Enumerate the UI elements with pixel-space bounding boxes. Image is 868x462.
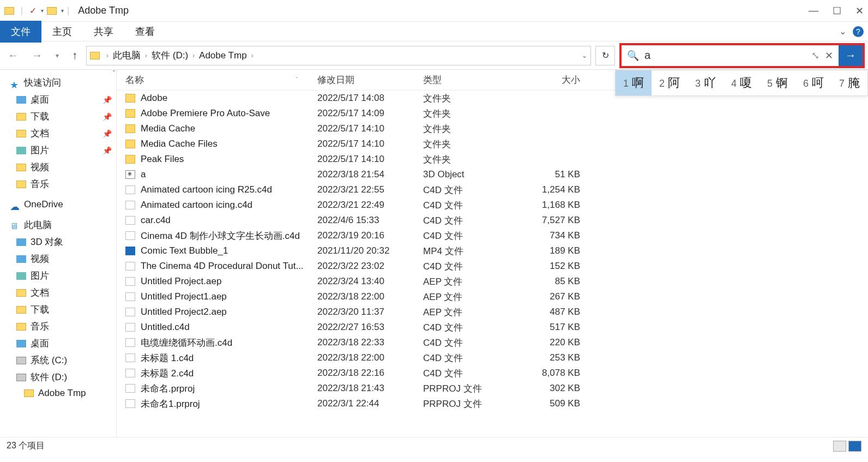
sidebar-item[interactable]: 软件 (D:)	[0, 369, 116, 386]
dropdown-icon[interactable]: ▾	[61, 8, 64, 14]
minimize-button[interactable]: —	[809, 5, 818, 17]
file-row[interactable]: Media Cache2022/5/17 14:10文件夹	[117, 121, 868, 136]
sidebar-item[interactable]: 桌面📌	[0, 91, 116, 108]
column-date[interactable]: 修改日期	[313, 74, 419, 86]
nav-tree[interactable]: ˆ ★ 快速访问 桌面📌下载📌文档📌图片📌视频音乐 ☁ OneDrive 🖥 此…	[0, 70, 117, 437]
file-date: 2022/3/18 22:00	[313, 291, 419, 302]
ime-candidate[interactable]: 6呵	[795, 70, 831, 95]
ime-candidate[interactable]: 3吖	[688, 70, 724, 95]
file-name: 未标题 2.c4d	[141, 367, 194, 380]
quick-access-check-icon[interactable]: ✓	[29, 5, 37, 16]
view-details-button[interactable]	[833, 441, 846, 452]
ime-candidate[interactable]: 7腌	[831, 70, 867, 95]
file-row[interactable]: The Cinema 4D Procedural Donut Tut...202…	[117, 259, 868, 274]
breadcrumb-segment[interactable]: Adobe Tmp	[199, 50, 247, 61]
file-row[interactable]: Media Cache Files2022/5/17 14:10文件夹	[117, 136, 868, 152]
expand-ribbon-icon[interactable]: ⌄	[839, 26, 846, 37]
view-tiles-button[interactable]	[848, 441, 861, 452]
sidebar-item[interactable]: 视频	[0, 250, 116, 267]
sidebar-item[interactable]: 系统 (C:)	[0, 352, 116, 369]
sidebar-this-pc[interactable]: 🖥 此电脑	[0, 217, 116, 233]
sidebar-quick-access[interactable]: ★ 快速访问	[0, 74, 116, 91]
file-name: Animated cartoon icing.c4d	[141, 200, 252, 211]
file-row[interactable]: Cinema 4D 制作小球文字生长动画.c4d2022/3/19 20:16C…	[117, 228, 868, 243]
sidebar-item[interactable]: 文档	[0, 284, 116, 301]
folder-icon	[16, 181, 26, 188]
file-row[interactable]: Untitled Project.aep2022/3/24 13:40AEP 文…	[117, 274, 868, 289]
file-row[interactable]: Adobe Premiere Pro Auto-Save2022/5/17 14…	[117, 106, 868, 121]
scroll-up-icon[interactable]: ˆ	[113, 70, 115, 77]
ime-candidate[interactable]: 1啊	[616, 70, 652, 95]
nav-bar: ← → ▾ ↑ › 此电脑 › 软件 (D:) › Adobe Tmp › ⌄ …	[0, 41, 868, 70]
close-button[interactable]: ✕	[855, 5, 864, 17]
file-icon	[125, 185, 135, 194]
file-row[interactable]: 未标题 1.c4d2022/3/18 22:00C4D 文件253 KB	[117, 350, 868, 365]
sidebar-item[interactable]: 视频	[0, 159, 116, 176]
ime-candidate[interactable]: 5锕	[760, 70, 795, 95]
tab-file[interactable]: 文件	[0, 21, 41, 43]
file-row[interactable]: 电缆缠绕循环动画.c4d2022/3/18 22:33C4D 文件220 KB	[117, 335, 868, 350]
nav-back-button[interactable]: ←	[3, 47, 23, 64]
file-row[interactable]: 未命名1.prproj2022/3/1 22:44PRPROJ 文件509 KB	[117, 396, 868, 411]
file-row[interactable]: Untitled Project2.aep2022/3/20 11:37AEP …	[117, 304, 868, 320]
status-bar: 23 个项目	[0, 437, 868, 454]
chevron-down-icon[interactable]: ▾	[41, 8, 44, 14]
sidebar-onedrive[interactable]: ☁ OneDrive	[0, 197, 116, 212]
nav-forward-button[interactable]: →	[27, 47, 47, 64]
sidebar-item[interactable]: 图片📌	[0, 142, 116, 159]
file-row[interactable]: car.c4d2022/4/6 15:33C4D 文件7,527 KB	[117, 213, 868, 228]
file-name: 未命名1.prproj	[141, 398, 200, 410]
help-button[interactable]: ?	[853, 26, 864, 37]
tab-home[interactable]: 主页	[41, 21, 83, 43]
tab-view[interactable]: 查看	[124, 21, 166, 43]
sidebar-item[interactable]: Adobe Tmp	[0, 386, 116, 401]
breadcrumb-segment[interactable]: 软件 (D:)	[152, 49, 188, 62]
candidate-number: 4	[731, 78, 737, 89]
sidebar-item[interactable]: 文档📌	[0, 125, 116, 142]
file-name: Adobe Premiere Pro Auto-Save	[141, 108, 270, 119]
search-submit-button[interactable]: →	[839, 45, 863, 66]
pin-icon: 📌	[103, 95, 112, 104]
file-row[interactable]: Animated cartoon icing.c4d2022/3/21 22:4…	[117, 197, 868, 213]
ime-candidate[interactable]: 2阿	[652, 70, 688, 95]
file-list[interactable]: Adobe2022/5/17 14:08文件夹Adobe Premiere Pr…	[117, 91, 868, 437]
file-row[interactable]: 未命名.prproj2022/3/18 21:43PRPROJ 文件302 KB	[117, 381, 868, 396]
breadcrumb-segment[interactable]: 此电脑	[113, 49, 141, 62]
sidebar-item[interactable]: 图片	[0, 267, 116, 284]
sidebar-item[interactable]: 下载	[0, 301, 116, 318]
sidebar-item[interactable]: 3D 对象	[0, 233, 116, 250]
nav-recent-dropdown[interactable]: ▾	[51, 50, 63, 62]
file-size: 152 KB	[514, 261, 584, 272]
sidebar-item[interactable]: 音乐	[0, 318, 116, 335]
file-type: PRPROJ 文件	[419, 398, 514, 410]
breadcrumb[interactable]: › 此电脑 › 软件 (D:) › Adobe Tmp › ⌄	[86, 46, 591, 65]
file-row[interactable]: 未标题 2.c4d2022/3/18 22:16C4D 文件8,078 KB	[117, 365, 868, 381]
maximize-button[interactable]: ☐	[833, 5, 841, 17]
file-row[interactable]: Untitled.c4d2022/2/27 16:53C4D 文件517 KB	[117, 320, 868, 335]
file-row[interactable]: Peak Files2022/5/17 14:10文件夹	[117, 152, 868, 167]
search-box[interactable]: 🔍 ⤡ ✕	[622, 45, 839, 66]
nav-up-button[interactable]: ↑	[68, 47, 82, 64]
ime-candidates[interactable]: 1啊2阿3吖4嗄5锕6呵7腌	[615, 70, 868, 96]
separator: |	[21, 6, 23, 16]
refresh-button[interactable]: ↻	[595, 46, 615, 65]
file-row[interactable]: Comic Text Bubble_12021/11/20 20:32MP4 文…	[117, 243, 868, 259]
file-row[interactable]: Animated cartoon icing R25.c4d2022/3/21 …	[117, 182, 868, 197]
file-type: C4D 文件	[419, 352, 514, 364]
clear-search-button[interactable]: ✕	[825, 50, 833, 62]
file-row[interactable]: Untitled Project1.aep2022/3/18 22:00AEP …	[117, 289, 868, 304]
column-size[interactable]: 大小	[514, 74, 584, 86]
chevron-right-icon: ›	[251, 52, 254, 59]
search-input[interactable]	[644, 49, 806, 62]
tab-share[interactable]: 共享	[83, 21, 124, 43]
sidebar-item[interactable]: 音乐	[0, 176, 116, 193]
column-type[interactable]: 类型	[419, 74, 514, 86]
sidebar-item[interactable]: 下载📌	[0, 108, 116, 125]
ime-candidate[interactable]: 4嗄	[724, 70, 760, 95]
sidebar-item[interactable]: 桌面	[0, 335, 116, 352]
file-type: AEP 文件	[419, 291, 514, 303]
file-row[interactable]: a2022/3/18 21:543D Object51 KB	[117, 167, 868, 182]
breadcrumb-dropdown-icon[interactable]: ⌄	[582, 52, 587, 59]
file-icon	[125, 231, 135, 240]
column-name[interactable]: 名称 ˆ	[121, 74, 313, 86]
